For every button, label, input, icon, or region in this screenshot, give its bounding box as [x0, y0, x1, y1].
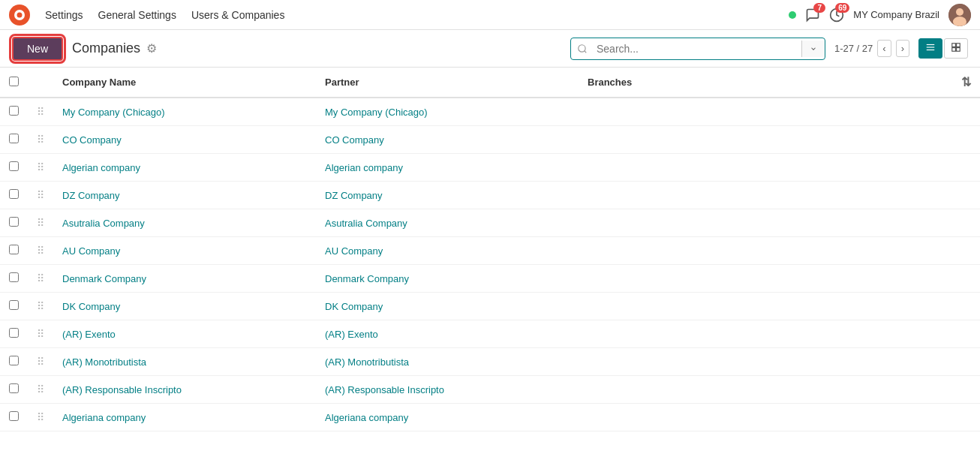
row-filter-cell: [952, 376, 980, 404]
row-partner[interactable]: CO Company: [316, 126, 579, 154]
row-partner[interactable]: (AR) Exento: [316, 320, 579, 348]
table-row: ⠿ AU Company AU Company: [0, 237, 980, 265]
drag-handle-icon[interactable]: ⠿: [37, 356, 44, 368]
row-filter-cell: [952, 293, 980, 320]
drag-handle-icon[interactable]: ⠿: [37, 300, 44, 312]
row-checkbox[interactable]: [9, 189, 19, 199]
row-checkbox-cell: [0, 376, 28, 404]
row-partner[interactable]: Algeriana company: [316, 404, 579, 431]
activity-icon-wrap[interactable]: 69: [829, 8, 844, 23]
row-checkbox[interactable]: [9, 411, 19, 421]
select-all-checkbox[interactable]: [9, 77, 19, 86]
row-company-name[interactable]: Algerian company: [53, 154, 316, 182]
row-company-name[interactable]: My Company (Chicago): [53, 98, 316, 126]
column-filter-icon[interactable]: ⇅: [961, 76, 971, 89]
row-drag-handle-cell: ⠿: [28, 154, 53, 182]
row-partner[interactable]: Algerian company: [316, 154, 579, 182]
filter-header: ⇅: [952, 68, 980, 98]
row-filter-cell: [952, 182, 980, 209]
drag-handle-icon[interactable]: ⠿: [37, 217, 44, 229]
row-company-name[interactable]: DZ Company: [53, 182, 316, 209]
row-checkbox[interactable]: [9, 161, 19, 171]
row-partner[interactable]: My Company (Chicago): [316, 98, 579, 126]
drag-handle-icon[interactable]: ⠿: [37, 328, 44, 340]
row-company-name[interactable]: Asutralia Company: [53, 209, 316, 237]
row-partner[interactable]: DK Company: [316, 293, 579, 320]
nav-users-companies[interactable]: Users & Companies: [191, 9, 285, 21]
svg-rect-12: [952, 44, 956, 47]
row-checkbox[interactable]: [9, 356, 19, 365]
row-branches: [579, 209, 952, 237]
nav-menu: Settings General Settings Users & Compan…: [45, 9, 774, 21]
new-button[interactable]: New: [12, 37, 63, 61]
row-partner[interactable]: (AR) Responsable Inscripto: [316, 376, 579, 404]
row-company-name[interactable]: (AR) Responsable Inscripto: [53, 376, 316, 404]
table-row: ⠿ (AR) Exento (AR) Exento: [0, 320, 980, 348]
row-partner[interactable]: (AR) Monotributista: [316, 348, 579, 376]
row-checkbox[interactable]: [9, 272, 19, 282]
select-all-header: [0, 68, 28, 98]
next-page-button[interactable]: ›: [896, 40, 909, 57]
drag-handle-icon[interactable]: ⠿: [37, 383, 44, 395]
search-input[interactable]: [594, 38, 801, 59]
drag-handle-icon[interactable]: ⠿: [37, 245, 44, 257]
drag-handle-icon[interactable]: ⠿: [37, 411, 44, 423]
status-indicator: [789, 11, 796, 19]
row-checkbox[interactable]: [9, 383, 19, 393]
table-row: ⠿ Algeriana company Algeriana company: [0, 404, 980, 431]
row-drag-handle-cell: ⠿: [28, 209, 53, 237]
row-branches: [579, 320, 952, 348]
row-branches: [579, 404, 952, 431]
svg-point-5: [956, 8, 963, 16]
drag-handle-icon[interactable]: ⠿: [37, 161, 44, 173]
nav-general-settings[interactable]: General Settings: [98, 9, 176, 21]
row-checkbox[interactable]: [9, 328, 19, 338]
row-drag-handle-cell: ⠿: [28, 404, 53, 431]
prev-page-button[interactable]: ‹: [877, 40, 891, 57]
row-company-name[interactable]: (AR) Exento: [53, 320, 316, 348]
company-name-header[interactable]: Company Name: [53, 68, 316, 98]
drag-handle-icon[interactable]: ⠿: [37, 189, 44, 201]
row-checkbox[interactable]: [9, 106, 19, 116]
drag-handle-icon[interactable]: ⠿: [37, 272, 44, 284]
row-company-name[interactable]: Algeriana company: [53, 404, 316, 431]
row-filter-cell: [952, 154, 980, 182]
odoo-logo[interactable]: [9, 5, 30, 26]
row-company-name[interactable]: Denmark Company: [53, 265, 316, 293]
nav-settings[interactable]: Settings: [45, 9, 83, 21]
row-partner[interactable]: DZ Company: [316, 182, 579, 209]
row-branches: [579, 237, 952, 265]
row-checkbox[interactable]: [9, 134, 19, 143]
row-company-name[interactable]: CO Company: [53, 126, 316, 154]
row-checkbox[interactable]: [9, 217, 19, 227]
branches-header[interactable]: Branches: [579, 68, 952, 98]
table-row: ⠿ DK Company DK Company: [0, 293, 980, 320]
messages-icon-wrap[interactable]: 7: [805, 8, 820, 23]
row-partner[interactable]: Denmark Company: [316, 265, 579, 293]
avatar[interactable]: [948, 4, 971, 26]
list-view-button[interactable]: [918, 38, 942, 59]
drag-handle-icon[interactable]: ⠿: [37, 106, 44, 118]
row-partner[interactable]: AU Company: [316, 237, 579, 265]
row-company-name[interactable]: DK Company: [53, 293, 316, 320]
row-filter-cell: [952, 320, 980, 348]
row-company-name[interactable]: (AR) Monotributista: [53, 348, 316, 376]
view-toggle: [918, 38, 968, 59]
settings-gear-icon[interactable]: ⚙: [146, 41, 157, 56]
table-row: ⠿ DZ Company DZ Company: [0, 182, 980, 209]
row-drag-handle-cell: ⠿: [28, 98, 53, 126]
row-drag-handle-cell: ⠿: [28, 182, 53, 209]
row-company-name[interactable]: AU Company: [53, 237, 316, 265]
drag-handle-icon[interactable]: ⠿: [37, 134, 44, 146]
row-checkbox[interactable]: [9, 300, 19, 310]
row-checkbox[interactable]: [9, 245, 19, 254]
row-checkbox-cell: [0, 237, 28, 265]
partner-header[interactable]: Partner: [316, 68, 579, 98]
row-checkbox-cell: [0, 293, 28, 320]
row-checkbox-cell: [0, 154, 28, 182]
row-partner[interactable]: Asutralia Company: [316, 209, 579, 237]
kanban-view-button[interactable]: [944, 38, 968, 59]
row-branches: [579, 126, 952, 154]
search-dropdown-button[interactable]: [801, 41, 825, 57]
companies-table-wrap: Company Name Partner Branches ⇅ ⠿ My Com…: [0, 68, 980, 463]
